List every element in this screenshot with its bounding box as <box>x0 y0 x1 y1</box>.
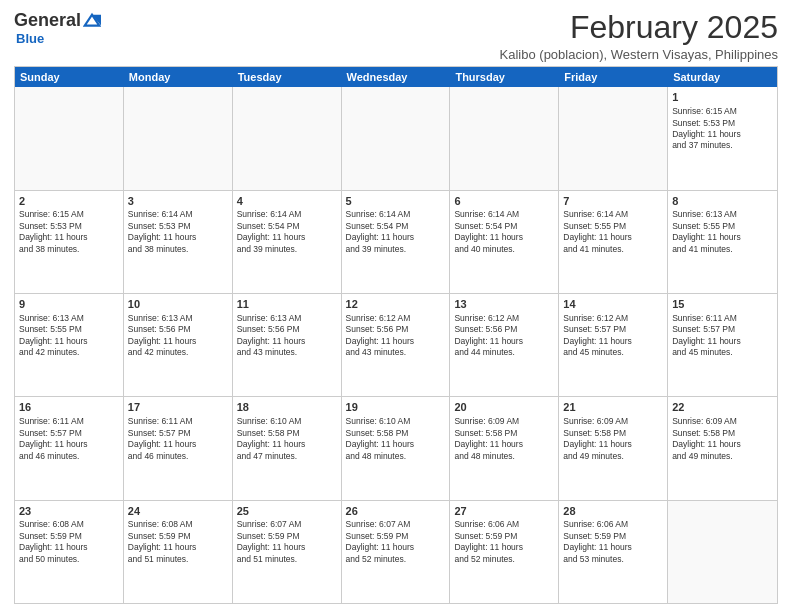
day-number: 24 <box>128 504 228 519</box>
day-cell: 5Sunrise: 6:14 AM Sunset: 5:54 PM Daylig… <box>342 191 451 293</box>
day-number: 12 <box>346 297 446 312</box>
week-row-3: 9Sunrise: 6:13 AM Sunset: 5:55 PM Daylig… <box>15 293 777 396</box>
day-cell: 14Sunrise: 6:12 AM Sunset: 5:57 PM Dayli… <box>559 294 668 396</box>
day-cell: 10Sunrise: 6:13 AM Sunset: 5:56 PM Dayli… <box>124 294 233 396</box>
day-info: Sunrise: 6:13 AM Sunset: 5:55 PM Dayligh… <box>672 209 773 255</box>
day-cell: 17Sunrise: 6:11 AM Sunset: 5:57 PM Dayli… <box>124 397 233 499</box>
header: General Blue February 2025 Kalibo (pobla… <box>14 10 778 62</box>
day-info: Sunrise: 6:14 AM Sunset: 5:54 PM Dayligh… <box>454 209 554 255</box>
day-info: Sunrise: 6:15 AM Sunset: 5:53 PM Dayligh… <box>19 209 119 255</box>
day-number: 22 <box>672 400 773 415</box>
logo-general-text: General <box>14 10 81 31</box>
day-cell <box>233 87 342 189</box>
day-cell: 27Sunrise: 6:06 AM Sunset: 5:59 PM Dayli… <box>450 501 559 603</box>
day-header-tuesday: Tuesday <box>233 67 342 87</box>
day-number: 27 <box>454 504 554 519</box>
day-header-saturday: Saturday <box>668 67 777 87</box>
day-cell <box>342 87 451 189</box>
subtitle: Kalibo (poblacion), Western Visayas, Phi… <box>500 47 778 62</box>
day-number: 2 <box>19 194 119 209</box>
day-cell: 1Sunrise: 6:15 AM Sunset: 5:53 PM Daylig… <box>668 87 777 189</box>
day-info: Sunrise: 6:11 AM Sunset: 5:57 PM Dayligh… <box>128 416 228 462</box>
day-header-monday: Monday <box>124 67 233 87</box>
day-cell: 2Sunrise: 6:15 AM Sunset: 5:53 PM Daylig… <box>15 191 124 293</box>
day-cell: 23Sunrise: 6:08 AM Sunset: 5:59 PM Dayli… <box>15 501 124 603</box>
day-cell: 18Sunrise: 6:10 AM Sunset: 5:58 PM Dayli… <box>233 397 342 499</box>
day-cell <box>450 87 559 189</box>
day-header-wednesday: Wednesday <box>342 67 451 87</box>
day-info: Sunrise: 6:14 AM Sunset: 5:53 PM Dayligh… <box>128 209 228 255</box>
day-info: Sunrise: 6:08 AM Sunset: 5:59 PM Dayligh… <box>19 519 119 565</box>
day-info: Sunrise: 6:13 AM Sunset: 5:56 PM Dayligh… <box>128 313 228 359</box>
day-number: 18 <box>237 400 337 415</box>
day-info: Sunrise: 6:12 AM Sunset: 5:57 PM Dayligh… <box>563 313 663 359</box>
day-cell <box>559 87 668 189</box>
week-row-4: 16Sunrise: 6:11 AM Sunset: 5:57 PM Dayli… <box>15 396 777 499</box>
day-number: 20 <box>454 400 554 415</box>
day-number: 5 <box>346 194 446 209</box>
day-info: Sunrise: 6:11 AM Sunset: 5:57 PM Dayligh… <box>672 313 773 359</box>
day-number: 23 <box>19 504 119 519</box>
week-row-5: 23Sunrise: 6:08 AM Sunset: 5:59 PM Dayli… <box>15 500 777 603</box>
day-header-sunday: Sunday <box>15 67 124 87</box>
day-headers: SundayMondayTuesdayWednesdayThursdayFrid… <box>15 67 777 87</box>
logo-blue-label: Blue <box>16 31 44 46</box>
day-cell: 8Sunrise: 6:13 AM Sunset: 5:55 PM Daylig… <box>668 191 777 293</box>
day-number: 28 <box>563 504 663 519</box>
day-info: Sunrise: 6:09 AM Sunset: 5:58 PM Dayligh… <box>454 416 554 462</box>
day-info: Sunrise: 6:15 AM Sunset: 5:53 PM Dayligh… <box>672 106 773 152</box>
day-number: 10 <box>128 297 228 312</box>
calendar: SundayMondayTuesdayWednesdayThursdayFrid… <box>14 66 778 604</box>
day-cell: 19Sunrise: 6:10 AM Sunset: 5:58 PM Dayli… <box>342 397 451 499</box>
day-info: Sunrise: 6:07 AM Sunset: 5:59 PM Dayligh… <box>346 519 446 565</box>
day-number: 17 <box>128 400 228 415</box>
day-info: Sunrise: 6:09 AM Sunset: 5:58 PM Dayligh… <box>672 416 773 462</box>
day-info: Sunrise: 6:13 AM Sunset: 5:56 PM Dayligh… <box>237 313 337 359</box>
day-number: 13 <box>454 297 554 312</box>
day-info: Sunrise: 6:14 AM Sunset: 5:54 PM Dayligh… <box>346 209 446 255</box>
day-number: 26 <box>346 504 446 519</box>
logo: General Blue <box>14 10 101 46</box>
main-title: February 2025 <box>500 10 778 45</box>
day-info: Sunrise: 6:12 AM Sunset: 5:56 PM Dayligh… <box>346 313 446 359</box>
day-info: Sunrise: 6:08 AM Sunset: 5:59 PM Dayligh… <box>128 519 228 565</box>
week-row-2: 2Sunrise: 6:15 AM Sunset: 5:53 PM Daylig… <box>15 190 777 293</box>
weeks: 1Sunrise: 6:15 AM Sunset: 5:53 PM Daylig… <box>15 87 777 603</box>
day-info: Sunrise: 6:06 AM Sunset: 5:59 PM Dayligh… <box>454 519 554 565</box>
day-cell: 13Sunrise: 6:12 AM Sunset: 5:56 PM Dayli… <box>450 294 559 396</box>
day-number: 19 <box>346 400 446 415</box>
day-cell: 3Sunrise: 6:14 AM Sunset: 5:53 PM Daylig… <box>124 191 233 293</box>
day-info: Sunrise: 6:06 AM Sunset: 5:59 PM Dayligh… <box>563 519 663 565</box>
day-cell: 11Sunrise: 6:13 AM Sunset: 5:56 PM Dayli… <box>233 294 342 396</box>
day-info: Sunrise: 6:11 AM Sunset: 5:57 PM Dayligh… <box>19 416 119 462</box>
day-cell <box>124 87 233 189</box>
day-number: 15 <box>672 297 773 312</box>
day-number: 25 <box>237 504 337 519</box>
day-number: 1 <box>672 90 773 105</box>
day-cell: 26Sunrise: 6:07 AM Sunset: 5:59 PM Dayli… <box>342 501 451 603</box>
day-cell: 21Sunrise: 6:09 AM Sunset: 5:58 PM Dayli… <box>559 397 668 499</box>
day-cell: 12Sunrise: 6:12 AM Sunset: 5:56 PM Dayli… <box>342 294 451 396</box>
day-header-friday: Friday <box>559 67 668 87</box>
day-number: 16 <box>19 400 119 415</box>
day-number: 7 <box>563 194 663 209</box>
title-block: February 2025 Kalibo (poblacion), Wester… <box>500 10 778 62</box>
day-info: Sunrise: 6:10 AM Sunset: 5:58 PM Dayligh… <box>237 416 337 462</box>
week-row-1: 1Sunrise: 6:15 AM Sunset: 5:53 PM Daylig… <box>15 87 777 189</box>
day-info: Sunrise: 6:07 AM Sunset: 5:59 PM Dayligh… <box>237 519 337 565</box>
day-number: 21 <box>563 400 663 415</box>
day-info: Sunrise: 6:09 AM Sunset: 5:58 PM Dayligh… <box>563 416 663 462</box>
day-number: 14 <box>563 297 663 312</box>
day-cell: 28Sunrise: 6:06 AM Sunset: 5:59 PM Dayli… <box>559 501 668 603</box>
day-info: Sunrise: 6:14 AM Sunset: 5:54 PM Dayligh… <box>237 209 337 255</box>
day-cell: 4Sunrise: 6:14 AM Sunset: 5:54 PM Daylig… <box>233 191 342 293</box>
day-info: Sunrise: 6:12 AM Sunset: 5:56 PM Dayligh… <box>454 313 554 359</box>
day-info: Sunrise: 6:14 AM Sunset: 5:55 PM Dayligh… <box>563 209 663 255</box>
day-number: 11 <box>237 297 337 312</box>
day-cell: 16Sunrise: 6:11 AM Sunset: 5:57 PM Dayli… <box>15 397 124 499</box>
day-info: Sunrise: 6:10 AM Sunset: 5:58 PM Dayligh… <box>346 416 446 462</box>
page: General Blue February 2025 Kalibo (pobla… <box>0 0 792 612</box>
day-number: 8 <box>672 194 773 209</box>
day-cell: 6Sunrise: 6:14 AM Sunset: 5:54 PM Daylig… <box>450 191 559 293</box>
day-header-thursday: Thursday <box>450 67 559 87</box>
